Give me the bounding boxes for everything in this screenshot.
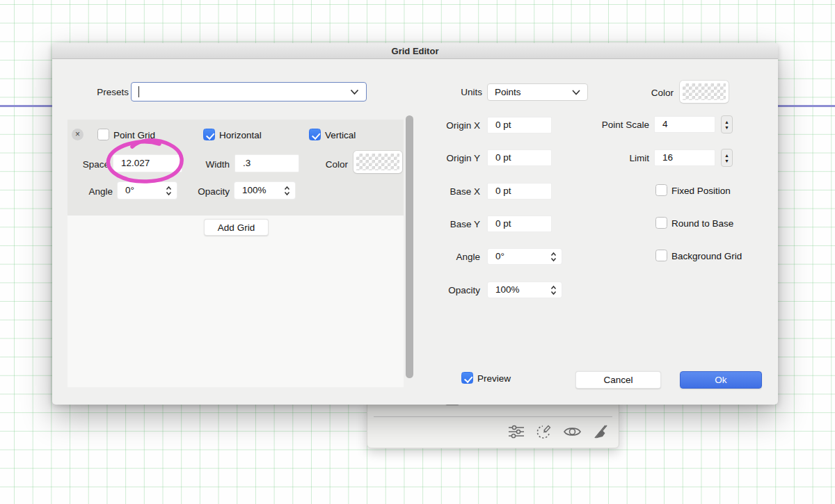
arrow-up-icon[interactable]: ▲ [724, 120, 729, 124]
base-x-field[interactable]: 0 pt [487, 183, 552, 200]
snap-brush-icon[interactable] [535, 423, 552, 440]
panel-divider [374, 416, 612, 417]
dialog-titlebar[interactable]: Grid Editor [52, 43, 778, 59]
pen-disabled-icon[interactable] [592, 424, 607, 439]
limit-field[interactable]: 16 [654, 149, 715, 166]
text-cursor [138, 86, 139, 97]
chevron-down-icon [350, 87, 359, 97]
ok-button[interactable]: Ok [680, 371, 762, 389]
updown-chevrons-icon [284, 186, 290, 196]
grid-editor-dialog: Grid Editor Presets Units Points Color ×… [52, 43, 778, 405]
base-y-label: Base Y [411, 219, 480, 229]
background-settings-panel [367, 400, 619, 448]
updown-chevrons-icon [550, 252, 557, 262]
origin-x-label: Origin X [411, 120, 480, 131]
horizontal-label: Horizontal [219, 130, 262, 140]
chevron-down-icon [572, 87, 580, 97]
round-to-base-label: Round to Base [671, 218, 733, 229]
cancel-button[interactable]: Cancel [575, 371, 661, 389]
grid-angle-stepper[interactable]: 0° [117, 181, 177, 200]
global-color-label: Color [604, 88, 674, 98]
transparent-checker [356, 154, 399, 170]
vertical-checkbox[interactable] [309, 129, 321, 140]
round-to-base-checkbox[interactable] [655, 217, 667, 229]
add-grid-button[interactable]: Add Grid [204, 219, 269, 236]
units-label: Units [413, 87, 482, 97]
width-field[interactable]: .3 [234, 154, 299, 172]
point-scale-label: Point Scale [580, 120, 649, 130]
presets-combobox[interactable] [131, 82, 367, 101]
sliders-icon[interactable] [508, 424, 525, 439]
grid-angle-label: Angle [80, 186, 113, 197]
origin-y-label: Origin Y [411, 153, 480, 163]
fixed-position-checkbox[interactable] [655, 184, 667, 196]
fixed-position-label: Fixed Position [671, 186, 731, 196]
point-scale-arrows[interactable]: ▲ ▼ [721, 115, 733, 133]
limit-arrows[interactable]: ▲ ▼ [721, 149, 733, 167]
dialog-title: Grid Editor [392, 46, 439, 56]
point-grid-checkbox[interactable] [97, 129, 109, 140]
horizontal-checkbox[interactable] [203, 129, 215, 140]
grid-list-item[interactable]: × Point Grid Horizontal Vertical Space 1… [67, 120, 404, 216]
arrow-down-icon[interactable]: ▼ [724, 125, 729, 130]
point-scale-field[interactable]: 4 [654, 116, 715, 133]
arrow-up-icon[interactable]: ▲ [724, 153, 729, 158]
remove-grid-button[interactable]: × [72, 129, 84, 140]
opacity-stepper[interactable]: 100% [487, 282, 562, 298]
width-label: Width [198, 159, 230, 170]
units-value: Points [495, 87, 521, 97]
arrow-down-icon[interactable]: ▼ [724, 158, 729, 163]
angle-label: Angle [411, 252, 480, 262]
grid-list-panel: × Point Grid Horizontal Vertical Space 1… [67, 120, 404, 387]
eye-icon[interactable] [563, 425, 582, 439]
grid-color-label: Color [317, 159, 348, 170]
global-color-swatch[interactable] [680, 81, 729, 103]
base-y-field[interactable]: 0 pt [487, 216, 552, 232]
preview-label: Preview [477, 373, 511, 384]
vertical-label: Vertical [325, 130, 356, 140]
units-dropdown[interactable]: Points [487, 83, 588, 101]
point-grid-label: Point Grid [113, 130, 155, 140]
origin-y-field[interactable]: 0 pt [487, 149, 552, 166]
transparent-checker [683, 83, 726, 100]
space-field[interactable]: 12.027 [113, 154, 182, 172]
updown-chevrons-icon [166, 186, 172, 196]
origin-x-field[interactable]: 0 pt [487, 117, 552, 133]
limit-label: Limit [580, 153, 649, 163]
updown-chevrons-icon [550, 285, 557, 295]
background-grid-checkbox[interactable] [655, 250, 667, 261]
angle-stepper[interactable]: 0° [487, 248, 562, 265]
grid-color-swatch[interactable] [353, 151, 402, 173]
preview-checkbox[interactable] [461, 372, 473, 384]
space-label: Space [73, 159, 109, 170]
opacity-label: Opacity [411, 285, 480, 295]
background-grid-label: Background Grid [671, 251, 742, 261]
base-x-label: Base X [411, 186, 480, 197]
grid-opacity-stepper[interactable]: 100% [234, 181, 296, 200]
presets-label: Presets [80, 87, 129, 97]
grid-opacity-label: Opacity [190, 186, 230, 197]
